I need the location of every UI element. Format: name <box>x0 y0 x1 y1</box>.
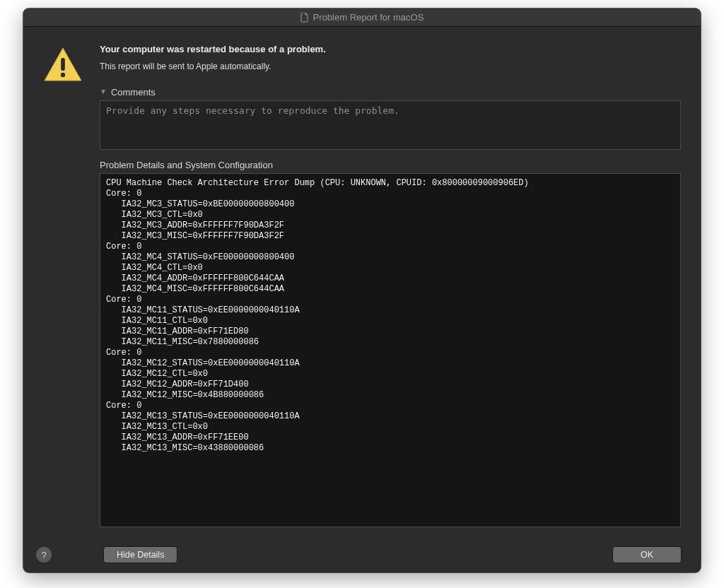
ok-button[interactable]: OK <box>613 547 681 563</box>
details-textbox[interactable]: CPU Machine Check Architecture Error Dum… <box>100 173 681 527</box>
icon-column <box>43 44 86 537</box>
main-column: Your computer was restarted because of a… <box>100 44 681 537</box>
problem-report-window: Problem Report for macOS Your computer w… <box>23 8 701 572</box>
document-icon <box>300 13 309 23</box>
hide-details-button[interactable]: Hide Details <box>104 547 177 563</box>
disclosure-triangle-icon: ▼ <box>100 88 107 95</box>
svg-point-1 <box>61 73 65 77</box>
comments-textarea[interactable] <box>100 100 681 150</box>
content-area: Your computer was restarted because of a… <box>23 27 701 537</box>
window-title: Problem Report for macOS <box>313 12 424 23</box>
details-label: Problem Details and System Configuration <box>100 160 681 170</box>
warning-icon <box>43 72 83 84</box>
svg-rect-0 <box>61 58 65 71</box>
heading: Your computer was restarted because of a… <box>100 44 681 54</box>
comments-header[interactable]: ▼ Comments <box>100 87 681 98</box>
help-button[interactable]: ? <box>36 547 52 563</box>
subheading: This report will be sent to Apple automa… <box>100 61 681 71</box>
footer: ? Hide Details OK <box>23 537 701 572</box>
titlebar[interactable]: Problem Report for macOS <box>23 8 701 27</box>
comments-label: Comments <box>111 87 156 98</box>
